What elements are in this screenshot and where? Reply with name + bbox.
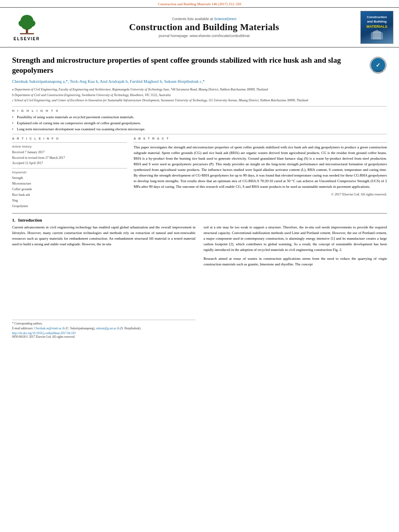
intro-col2: soil at a site may be too weak to suppor… xyxy=(204,225,387,339)
journal-cover-thumbnail: Constructionand Building MATERIALS xyxy=(360,11,393,44)
abstract-divider xyxy=(134,142,387,143)
email-line: E-mail addresses: Cherdsak.su@rmuti.ac.t… xyxy=(12,326,195,331)
divider-after-highlights xyxy=(12,134,387,134)
journal-reference-bar: Construction and Building Materials 146 … xyxy=(0,0,399,7)
highlights-heading: H I G H L I G H T S xyxy=(12,109,387,113)
svg-text:CrossMark: CrossMark xyxy=(373,70,383,72)
keyword-3: Coffee grounds xyxy=(12,187,127,192)
elsevier-tree-icon xyxy=(13,14,41,36)
cover-subtitle-text: MATERIALS xyxy=(366,25,387,29)
elsevier-text: ELSEVIER xyxy=(14,37,40,41)
email1-link[interactable]: Cherdsak.su@rmuti.ac.th xyxy=(34,327,65,330)
accepted-date: Accepted 12 April 2017 xyxy=(12,160,127,166)
main-content: Strength and microstructure properties o… xyxy=(0,47,399,343)
sciencedirect-line: Contents lists available at ScienceDirec… xyxy=(172,17,236,21)
keywords-divider xyxy=(12,168,127,168)
contents-text: Contents lists available at xyxy=(172,17,213,21)
journal-homepage: journal homepage: www.elsevier.com/locat… xyxy=(158,34,249,38)
email2-link[interactable]: suksun@g.sut.ac.th xyxy=(96,327,119,330)
section-number: 1. xyxy=(12,218,15,222)
intro-col1-text: Current advancements in civil engineerin… xyxy=(12,225,195,247)
corresponding-note: * Corresponding authors. xyxy=(12,322,195,325)
divider-after-affiliations xyxy=(12,106,387,107)
article-info-abstract: A R T I C L E I N F O Article history: R… xyxy=(12,137,387,209)
email2-name: (S. Horpibulsuk). xyxy=(120,327,141,330)
keyword-4: Rice husk ash xyxy=(12,192,127,198)
section-1-title: 1. Introduction xyxy=(12,218,387,222)
keyword-6: Geopolymer xyxy=(12,203,127,209)
highlights-section: H I G H L I G H T S •Possibility of usin… xyxy=(12,109,387,131)
journal-ref-text: Construction and Building Materials 146 … xyxy=(158,2,241,6)
highlights-list: •Possibility of using waste materials as… xyxy=(12,115,387,131)
svg-rect-5 xyxy=(20,33,34,35)
svg-point-3 xyxy=(21,21,33,30)
authors-line: Cherdsak Suksiripattanapong a,*, Teck-An… xyxy=(12,78,387,85)
abstract-text: This paper investigates the strength and… xyxy=(134,145,387,190)
keywords-label: Keywords: xyxy=(12,170,127,174)
journal-main-title: Construction and Building Materials xyxy=(129,22,279,33)
svg-rect-4 xyxy=(26,29,28,33)
affiliation-c: c School of Civil Engineering, and Cente… xyxy=(12,98,387,103)
affiliation-b: b Department of Civil and Construction E… xyxy=(12,93,387,98)
keyword-5: Slag xyxy=(12,198,127,203)
highlight-item-3: •Long term microstructure development wa… xyxy=(12,127,387,132)
article-info-column: A R T I C L E I N F O Article history: R… xyxy=(12,137,127,209)
abstract-heading: A B S T R A C T xyxy=(134,137,387,140)
affiliation-a: a Department of Civil Engineering, Facul… xyxy=(12,87,387,92)
elsevier-logo-container: ELSEVIER xyxy=(6,14,48,41)
intro-col2-text: soil at a site may be too weak to suppor… xyxy=(204,225,387,253)
svg-text:✓: ✓ xyxy=(376,62,380,68)
highlight-item-2: •Explained role of curing time on compre… xyxy=(12,121,387,126)
issn-line: 0950-0618/© 2017 Elsevier Ltd. All right… xyxy=(12,335,195,339)
abstract-column: A B S T R A C T This paper investigates … xyxy=(134,137,387,209)
footnote-section: * Corresponding authors. E-mail addresse… xyxy=(12,320,195,339)
keyword-1: Strength xyxy=(12,175,127,181)
intro-col1: Current advancements in civil engineerin… xyxy=(12,225,195,339)
cover-title-text: Constructionand Building xyxy=(367,15,387,24)
section-title-text: Introduction xyxy=(18,218,42,222)
journal-header: ELSEVIER Contents lists available at Sci… xyxy=(0,7,399,47)
intro-col2-text2: Research aimed at reuse of wastes in con… xyxy=(204,256,387,267)
received-date: Received 7 January 2017 xyxy=(12,150,127,155)
keyword-2: Microstructure xyxy=(12,181,127,187)
article-title-section: Strength and microstructure properties o… xyxy=(12,55,387,75)
cover-building-icon xyxy=(369,30,385,39)
copyright-line: © 2017 Elsevier Ltd. All rights reserved… xyxy=(134,192,387,196)
revised-date: Received in revised form 27 March 2017 xyxy=(12,155,127,161)
email-label-text: E-mail addresses: xyxy=(12,327,33,330)
doi-line[interactable]: http://dx.doi.org/10.1016/j.conbuildmat.… xyxy=(12,331,195,335)
article-info-heading: A R T I C L E I N F O xyxy=(12,137,127,140)
svg-marker-8 xyxy=(371,30,383,33)
highlight-item-1: •Possibility of using waste materials as… xyxy=(12,115,387,120)
article-title: Strength and microstructure properties o… xyxy=(12,55,369,75)
email1-name: (C. Suksiripattanapong), xyxy=(66,327,95,330)
history-label: Article history: xyxy=(12,145,127,148)
crossmark-icon[interactable]: ✓ CrossMark xyxy=(369,56,387,74)
introduction-two-col: Current advancements in civil engineerin… xyxy=(12,225,387,339)
affiliations-section: a Department of Civil Engineering, Facul… xyxy=(12,87,387,103)
journal-center-info: Contents lists available at ScienceDirec… xyxy=(51,17,357,38)
divider-before-body xyxy=(12,213,387,214)
sciencedirect-link[interactable]: ScienceDirect xyxy=(214,17,237,21)
introduction-section: 1. Introduction Current advancements in … xyxy=(12,218,387,339)
info-divider xyxy=(12,142,127,143)
